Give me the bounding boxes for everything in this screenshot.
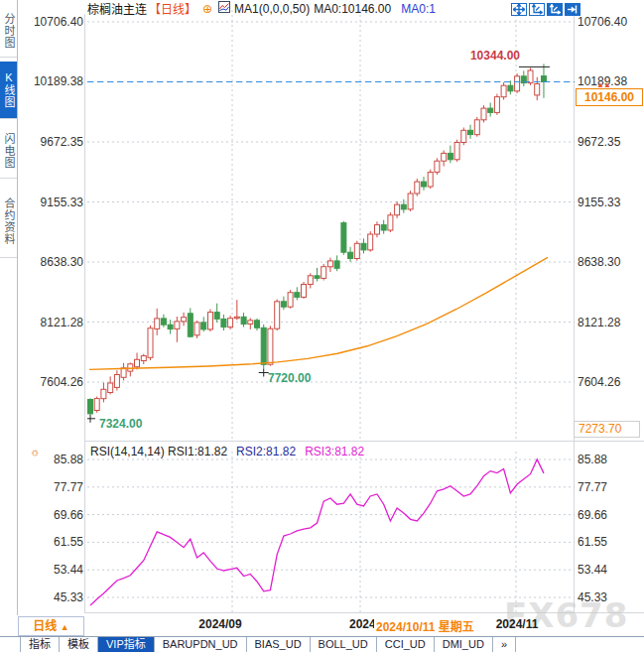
indicator-tab-bar: 指标模板VIP指标BARUPDN_UDBIAS_UDBOLL_UDCCI_UDD… [0, 636, 644, 652]
candlestick-chart[interactable] [87, 10, 575, 441]
line-chart-icon[interactable] [218, 1, 230, 16]
y-axis-label: 9155.33 [578, 196, 620, 209]
left-sidebar: 分时图K线图闪电图合约资料 [0, 0, 17, 615]
ma0-short-label: MA0:1 [401, 2, 436, 16]
y-axis-label: 9672.35 [578, 135, 620, 149]
high-price-annotation: 10344.00 [437, 49, 520, 63]
sidebar-tab-4[interactable]: 合约资料 [0, 185, 17, 258]
chart-application-window: 分时图K线图闪电图合约资料 棕榈油主连 【日线】 ⊕ MA1(0,0,0,50)… [0, 0, 644, 652]
period-label: 日线 [33, 619, 57, 633]
y-axis-label: 53.44 [578, 563, 607, 577]
y-axis-label: 10706.40 [30, 15, 83, 29]
y-axis-label: 8121.28 [578, 316, 620, 329]
y-axis-label: 9155.33 [30, 196, 83, 209]
low-price-annotation-mid: 7720.00 [268, 371, 311, 385]
y-axis-label: 77.77 [578, 480, 607, 494]
y-axis-label: 10706.40 [578, 15, 627, 29]
rsi2-value-label: RSI2:81.82 [236, 445, 296, 458]
x-axis-tick-sep: 2024/09 [193, 617, 248, 631]
period-tag: 【日线】 [149, 0, 196, 17]
y-axis-label: 61.55 [578, 535, 607, 549]
y-axis-label: 8121.28 [30, 316, 83, 329]
bottom-tab-2[interactable]: 模板 [60, 637, 98, 652]
chart-header: 棕榈油主连 【日线】 ⊕ MA1(0,0,0,50) MA0:10146.00 … [87, 1, 436, 16]
ma-value-box: 10146.00 [576, 88, 643, 106]
axes-scale-filled-icon[interactable] [547, 3, 563, 16]
y-axis-label: 8638.30 [30, 255, 83, 269]
indicator-settings-icon[interactable]: ☼ [30, 446, 40, 457]
rsi-legend: RSI(14,14,14) RSI1:81.82 RSI2:81.82 RSI3… [90, 445, 364, 458]
y-axis-label: 69.66 [578, 508, 607, 522]
y-axis-label: 8638.30 [578, 255, 620, 269]
bottom-tab-1[interactable]: 指标 [20, 637, 60, 652]
instrument-title: 棕榈油主连 [87, 0, 147, 17]
x-axis-tick-nov: 2024/11 [488, 617, 546, 631]
bottom-tab-6[interactable]: BOLL_UD [311, 637, 377, 652]
y-axis-label: 61.55 [30, 535, 83, 549]
bottom-tab-3[interactable]: VIP指标 [98, 637, 155, 652]
sidebar-tab-3[interactable]: 闪电图 [0, 123, 17, 179]
settle-price-box: 7273.70 [574, 421, 640, 438]
add-indicator-icon[interactable]: ⊕ [202, 2, 212, 16]
y-axis-label: 85.88 [578, 453, 607, 466]
pane-toggle-icon[interactable] [565, 3, 580, 16]
axes-scale-icon[interactable] [529, 3, 545, 16]
sidebar-tab-2[interactable]: K线图 [0, 62, 17, 119]
y-axis-label: 7604.26 [30, 375, 83, 389]
rsi-title-label: RSI(14,14,14) RSI1:81.82 [90, 445, 227, 458]
y-axis-label: 45.33 [30, 590, 83, 604]
y-axis-label: 69.66 [30, 508, 83, 522]
low-price-annotation-start: 7324.00 [99, 417, 142, 431]
bottom-tab-9[interactable]: » [493, 637, 516, 652]
rsi-chart[interactable] [87, 444, 575, 612]
y-axis-label: 45.33 [578, 590, 607, 604]
ma0-value-label: MA0:10146.00 [314, 2, 391, 16]
y-axis-label: 77.77 [30, 480, 83, 494]
period-arrow-icon: ▲ [61, 622, 69, 632]
bottom-tab-8[interactable]: DMI_UD [435, 637, 493, 652]
bottom-tab-4[interactable]: BARUPDN_UD [155, 637, 247, 652]
selected-date-label: 2024/10/11 星期五 [374, 617, 476, 634]
y-axis-label: 7604.26 [578, 375, 620, 389]
period-selector-button[interactable]: 日线 ▲ [18, 616, 84, 636]
rsi3-value-label: RSI3:81.82 [305, 445, 364, 458]
sidebar-divider [17, 0, 18, 615]
bottom-tab-5[interactable]: BIAS_UD [247, 637, 311, 652]
y-axis-label: 9672.35 [30, 135, 83, 149]
sidebar-tab-1[interactable]: 分时图 [0, 4, 17, 58]
chart-toolbar [511, 3, 580, 16]
bottom-tab-7[interactable]: CCI_UD [377, 637, 435, 652]
crosshair-pan-icon[interactable] [511, 3, 527, 16]
plot-left-border [84, 14, 85, 612]
y-axis-label: 53.44 [30, 563, 83, 577]
ma-formula-label: MA1(0,0,0,50) [234, 2, 310, 16]
panel-separator [84, 441, 644, 442]
y-axis-label: 10189.38 [30, 74, 83, 88]
